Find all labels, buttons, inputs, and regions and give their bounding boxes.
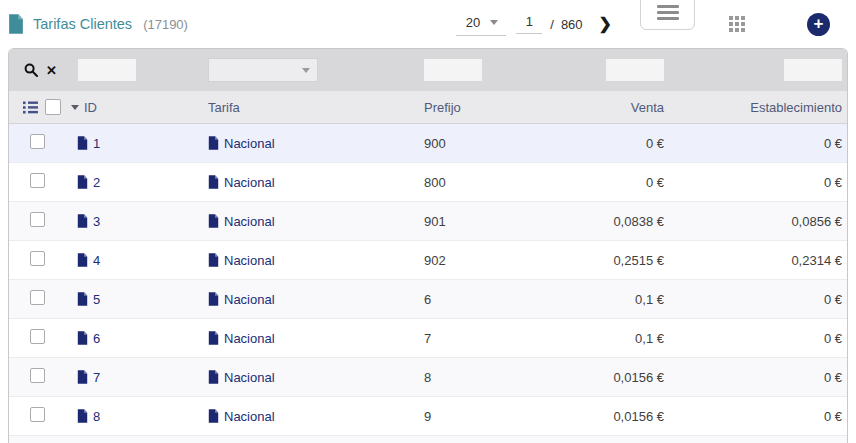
- row-checkbox[interactable]: [30, 407, 45, 422]
- row-checkbox[interactable]: [30, 329, 45, 344]
- list-view-button[interactable]: [640, 0, 695, 30]
- total-pages: 860: [561, 17, 583, 32]
- row-establecimiento: 0,0856 €: [664, 214, 842, 229]
- row-tarifa-link[interactable]: Nacional: [208, 253, 424, 268]
- filter-tarifa-select[interactable]: [208, 58, 318, 82]
- row-id-link[interactable]: 8: [65, 409, 208, 424]
- next-page-button[interactable]: ❯: [599, 16, 612, 32]
- row-venta: 0 €: [556, 175, 664, 190]
- row-prefijo: 9: [424, 409, 556, 424]
- row-prefijo: 800: [424, 175, 556, 190]
- row-tarifa-link[interactable]: Nacional: [208, 292, 424, 307]
- top-bar: Tarifas Clientes (17190) 20 / 860 ❯ +: [0, 0, 856, 48]
- plus-icon: +: [814, 15, 824, 32]
- grid-view-icon[interactable]: [729, 16, 745, 32]
- clear-filters-icon[interactable]: ✕: [46, 63, 57, 78]
- document-icon: [208, 409, 219, 423]
- row-venta: 0,0156 €: [556, 370, 664, 385]
- row-tarifa-link[interactable]: Nacional: [208, 331, 424, 346]
- row-establecimiento: 0 €: [664, 292, 842, 307]
- row-venta: 0,1 €: [556, 331, 664, 346]
- row-venta: 0 €: [556, 136, 664, 151]
- current-page-input[interactable]: [516, 14, 542, 34]
- table-row[interactable]: 6 Nacional 7 0,1 € 0 €: [9, 319, 847, 358]
- row-venta: 0,0156 €: [556, 409, 664, 424]
- column-header-id[interactable]: ID: [65, 100, 208, 115]
- document-icon: [77, 331, 88, 345]
- row-tarifa-link[interactable]: Nacional: [208, 370, 424, 385]
- row-establecimiento: 0 €: [664, 331, 842, 346]
- document-icon: [208, 292, 219, 306]
- document-icon: [208, 136, 219, 150]
- document-icon: [208, 175, 219, 189]
- page-title: Tarifas Clientes: [33, 16, 132, 32]
- document-icon: [77, 292, 88, 306]
- table-row[interactable]: 5 Nacional 6 0,1 € 0 €: [9, 280, 847, 319]
- table-row[interactable]: 8 Nacional 9 0,0156 € 0 €: [9, 397, 847, 436]
- row-checkbox[interactable]: [30, 134, 45, 149]
- row-id-link[interactable]: 1: [65, 136, 208, 151]
- row-checkbox[interactable]: [30, 212, 45, 227]
- row-prefijo: 8: [424, 370, 556, 385]
- search-icon[interactable]: [24, 63, 38, 77]
- row-id-link[interactable]: 5: [65, 292, 208, 307]
- table-row[interactable]: 3 Nacional 901 0,0838 € 0,0856 €: [9, 202, 847, 241]
- pager: 20 / 860 ❯: [456, 13, 612, 36]
- row-checkbox[interactable]: [30, 251, 45, 266]
- column-header-prefijo[interactable]: Prefijo: [424, 100, 556, 115]
- row-prefijo: 6: [424, 292, 556, 307]
- page-size-selector[interactable]: 20: [456, 13, 506, 36]
- row-checkbox[interactable]: [30, 290, 45, 305]
- filter-establecimiento-input[interactable]: [784, 59, 842, 81]
- filter-id-input[interactable]: [78, 59, 136, 81]
- row-id-link[interactable]: 4: [65, 253, 208, 268]
- document-icon: [77, 214, 88, 228]
- table-row[interactable]: 1 Nacional 900 0 € 0 €: [9, 124, 847, 163]
- table-row-partial: [9, 436, 847, 443]
- row-id-link[interactable]: 3: [65, 214, 208, 229]
- document-icon: [208, 214, 219, 228]
- row-establecimiento: 0 €: [664, 409, 842, 424]
- row-venta: 0,2515 €: [556, 253, 664, 268]
- table-row[interactable]: 4 Nacional 902 0,2515 € 0,2314 €: [9, 241, 847, 280]
- filter-prefijo-input[interactable]: [424, 59, 482, 81]
- table-row[interactable]: 2 Nacional 800 0 € 0 €: [9, 163, 847, 202]
- row-checkbox[interactable]: [30, 173, 45, 188]
- column-header-establecimiento[interactable]: Establecimiento: [664, 100, 842, 115]
- row-id-link[interactable]: 6: [65, 331, 208, 346]
- row-tarifa-link[interactable]: Nacional: [208, 136, 424, 151]
- row-tarifa-link[interactable]: Nacional: [208, 409, 424, 424]
- add-record-button[interactable]: +: [807, 13, 830, 36]
- select-all-checkbox[interactable]: [45, 99, 61, 115]
- row-establecimiento: 0 €: [664, 370, 842, 385]
- breadcrumb: Tarifas Clientes (17190): [8, 14, 188, 34]
- row-establecimiento: 0 €: [664, 136, 842, 151]
- table-row[interactable]: 7 Nacional 8 0,0156 € 0 €: [9, 358, 847, 397]
- row-venta: 0,1 €: [556, 292, 664, 307]
- column-header-venta[interactable]: Venta: [556, 100, 664, 115]
- page-size-value: 20: [466, 15, 480, 30]
- document-icon: [77, 370, 88, 384]
- row-id-link[interactable]: 7: [65, 370, 208, 385]
- row-checkbox[interactable]: [30, 368, 45, 383]
- document-icon: [77, 136, 88, 150]
- row-establecimiento: 0 €: [664, 175, 842, 190]
- row-establecimiento: 0,2314 €: [664, 253, 842, 268]
- table-header: ID Tarifa Prefijo Venta Establecimiento: [9, 91, 847, 124]
- document-icon: [208, 331, 219, 345]
- column-header-tarifa[interactable]: Tarifa: [208, 100, 424, 115]
- document-icon: [77, 409, 88, 423]
- hamburger-icon: [657, 5, 679, 8]
- row-prefijo: 900: [424, 136, 556, 151]
- document-icon: [77, 253, 88, 267]
- row-tarifa-link[interactable]: Nacional: [208, 175, 424, 190]
- document-icon: [77, 175, 88, 189]
- list-bullets-icon[interactable]: [23, 101, 38, 114]
- row-tarifa-link[interactable]: Nacional: [208, 214, 424, 229]
- row-id-link[interactable]: 2: [65, 175, 208, 190]
- filter-venta-input[interactable]: [606, 59, 664, 81]
- filter-row: ✕: [9, 49, 847, 91]
- record-count: (17190): [143, 17, 188, 32]
- row-prefijo: 7: [424, 331, 556, 346]
- data-table: ✕: [8, 48, 848, 443]
